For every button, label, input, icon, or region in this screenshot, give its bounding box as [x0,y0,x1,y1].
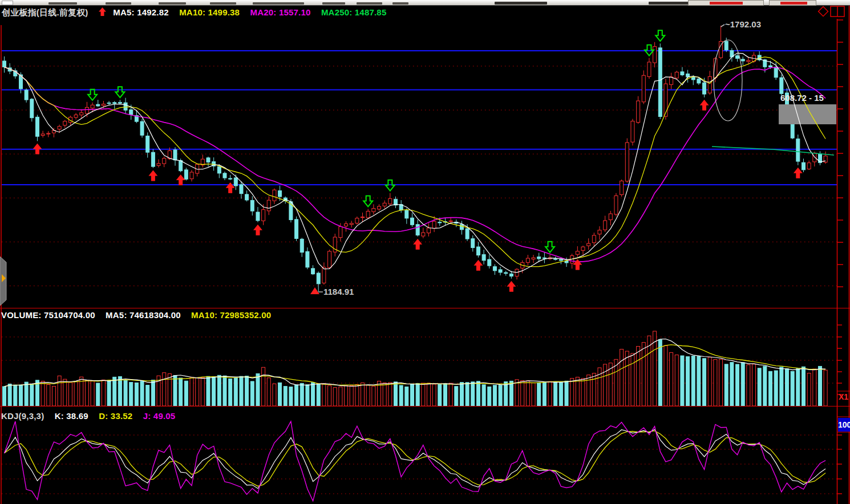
gridlines-layer [2,66,837,494]
zoom-multiplier-label: X1 [839,392,848,401]
sell-signal-arrow [386,180,395,191]
panel-expand-tab [0,257,6,306]
volume-ma5-readout: MA5: 74618304.00 [106,310,181,320]
ellipse-layer [714,40,742,121]
low-price-label: 1184.91 [323,287,354,296]
symbol-title: 创业板指(日线.前复权) [2,7,88,17]
toolbar-red-button-2[interactable] [769,0,816,6]
kdj-scale-top-label: 100 [838,418,850,432]
volume-readout: VOLUME: 75104704.00 [1,310,95,320]
toolbar-red-button-1[interactable] [688,0,764,6]
axis-frame-layer [0,6,850,504]
buy-signal-arrow [473,260,483,271]
price-marker-layer [310,25,724,294]
menu-bar [0,0,850,6]
menu-item-fragment[interactable] [495,2,547,5]
k-readout: K: 38.69 [55,411,88,421]
buy-signal-arrow [226,182,235,193]
volume-indicator-header: VOLUME: 75104704.00 MA5: 74618304.00 MA1… [1,310,279,320]
sell-signal-arrow [115,87,124,97]
up-arrow-icon [99,7,106,17]
app-logo-icon[interactable] [2,1,13,5]
blue-annotation-lines [2,51,837,185]
d-readout: D: 33.52 [99,411,132,421]
buy-signal-arrow [573,259,582,270]
red-button-text-fragment [710,2,743,5]
main-indicator-header: 创业板指(日线.前复权) MA5: 1492.82 MA10: 1499.38 … [2,7,394,18]
ma5-readout: MA5: 1492.82 [113,7,168,17]
buy-signal-arrow [253,225,262,235]
high-price-label: ~1792.03 [725,19,761,29]
buy-signal-arrow [700,100,709,111]
kdj-name: KDJ(9,3,3) [1,411,44,421]
volume-bars-layer [3,331,828,406]
ma20-readout: MA20: 1557.10 [250,7,311,17]
menu-item-fragment[interactable] [253,2,304,5]
menu-item-fragment[interactable] [159,2,186,5]
sell-signal-arrow [545,242,554,253]
buy-signal-arrow [507,281,516,292]
buy-signal-arrow [33,143,42,154]
sell-signal-arrow [655,30,665,41]
panel-expand-tab[interactable] [0,257,6,306]
trading-app-window: { "main_header": { "symbol": "创业板指(日线.前复… [0,0,850,504]
range-box-label: 608.72 - 15 [780,93,824,103]
menu-item-fragment[interactable] [649,2,694,5]
menu-item-fragment[interactable] [357,2,382,5]
buy-signal-arrow [413,239,422,250]
ma250-readout: MA250: 1487.85 [321,7,387,17]
kdj-lines-layer [5,421,826,501]
chart-canvas[interactable] [0,0,850,504]
volume-ma10-readout: MA10: 72985352.00 [191,310,271,320]
sell-signal-arrow [88,90,97,100]
buy-signal-arrow [176,174,185,185]
buy-signal-arrow [148,170,157,181]
j-readout: J: 49.05 [143,411,176,421]
sell-signal-arrow [363,196,373,206]
diamond-tool-icon[interactable] [819,7,828,17]
ma10-readout: MA10: 1499.38 [179,7,240,17]
signal-arrows-layer [33,30,802,291]
toolbar-icons-layer [819,6,844,17]
menu-item-fragment[interactable] [210,2,236,5]
menu-item-fragment[interactable] [48,2,77,5]
menu-item-fragment[interactable] [392,2,408,5]
ellipse-annotation[interactable] [714,40,742,121]
kdj-indicator-header: KDJ(9,3,3) K: 38.69 D: 33.52 J: 49.05 [1,411,183,421]
menu-item-fragment[interactable] [106,2,131,5]
candlestick-layer [3,26,828,292]
red-button-text-fragment [780,2,807,5]
buy-signal-arrow [794,168,803,178]
menu-item-fragment[interactable] [322,2,345,5]
low-marker-triangle [310,287,319,294]
